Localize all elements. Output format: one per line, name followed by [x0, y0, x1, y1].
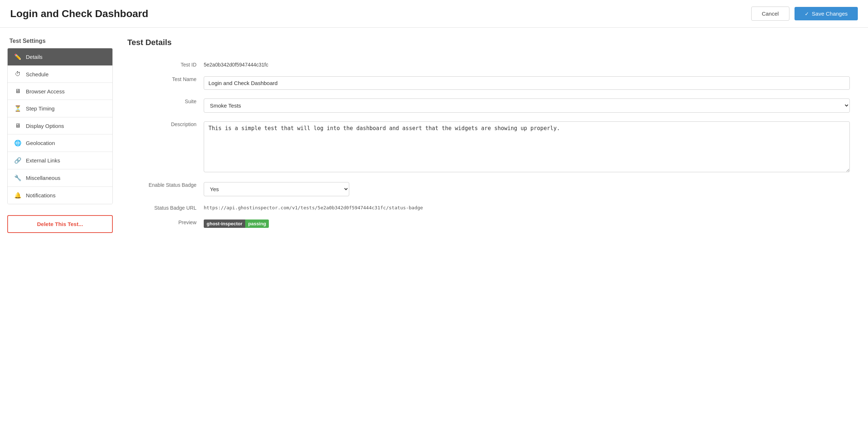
sidebar-item-label-geolocation: Geolocation: [26, 140, 55, 146]
preview-badge-left: ghost-inspector: [204, 219, 245, 228]
details-form: Test ID 5e2a0b342d0f5947444c31fc Test Na…: [127, 57, 853, 232]
status-badge-url-value: https://api.ghostinspector.com/v1/tests/…: [200, 201, 853, 215]
display-icon: 🖥: [14, 122, 21, 129]
status-badge-url-row: Status Badge URL https://api.ghostinspec…: [127, 201, 853, 215]
description-textarea[interactable]: This is a simple test that will log into…: [204, 121, 850, 172]
sidebar: Test Settings ✏️ Details ⏱ Schedule 🖥 Br…: [7, 38, 120, 419]
suite-cell: Smoke Tests: [200, 94, 853, 117]
hourglass-icon: ⏳: [14, 105, 21, 112]
delete-button[interactable]: Delete This Test...: [7, 215, 113, 233]
sidebar-item-display-options[interactable]: 🖥 Display Options: [8, 117, 112, 134]
page-title: Login and Check Dashboard: [10, 8, 148, 20]
test-name-input[interactable]: [204, 76, 850, 90]
link-icon: 🔗: [14, 157, 21, 164]
page-header: Login and Check Dashboard Cancel ✓ Save …: [0, 0, 868, 28]
test-id-label: Test ID: [127, 57, 200, 72]
sidebar-item-external-links[interactable]: 🔗 External Links: [8, 152, 112, 169]
suite-label: Suite: [127, 94, 200, 117]
enable-status-badge-row: Enable Status Badge Yes No: [127, 178, 853, 201]
sidebar-item-label-miscellaneous: Miscellaneous: [26, 175, 60, 181]
content-area: Test Details Test ID 5e2a0b342d0f5947444…: [120, 38, 861, 419]
sidebar-item-details[interactable]: ✏️ Details: [8, 48, 112, 66]
sidebar-item-geolocation[interactable]: 🌐 Geolocation: [8, 134, 112, 152]
checkmark-icon: ✓: [805, 11, 809, 17]
test-name-cell: [200, 72, 853, 94]
suite-row: Suite Smoke Tests: [127, 94, 853, 117]
sidebar-item-label-schedule: Schedule: [26, 71, 49, 77]
enable-status-badge-label: Enable Status Badge: [127, 178, 200, 201]
test-name-label: Test Name: [127, 72, 200, 94]
header-actions: Cancel ✓ Save Changes: [751, 7, 858, 21]
test-id-row: Test ID 5e2a0b342d0f5947444c31fc: [127, 57, 853, 72]
sidebar-item-step-timing[interactable]: ⏳ Step Timing: [8, 100, 112, 117]
enable-status-badge-select[interactable]: Yes No: [204, 182, 349, 196]
sidebar-item-schedule[interactable]: ⏱ Schedule: [8, 66, 112, 83]
delete-button-wrap: Delete This Test...: [7, 215, 113, 233]
sidebar-section-title: Test Settings: [7, 38, 113, 44]
sidebar-item-label-display-options: Display Options: [26, 123, 64, 129]
description-cell: This is a simple test that will log into…: [200, 117, 853, 178]
save-button[interactable]: ✓ Save Changes: [795, 7, 858, 20]
sidebar-item-miscellaneous[interactable]: 🔧 Miscellaneous: [8, 169, 112, 187]
sidebar-item-label-notifications: Notifications: [26, 192, 56, 198]
pencil-icon: ✏️: [14, 53, 21, 60]
test-id-value: 5e2a0b342d0f5947444c31fc: [200, 57, 853, 72]
main-layout: Test Settings ✏️ Details ⏱ Schedule 🖥 Br…: [0, 28, 868, 430]
sidebar-item-browser-access[interactable]: 🖥 Browser Access: [8, 83, 112, 100]
cancel-button[interactable]: Cancel: [751, 7, 789, 21]
preview-badge-right: passing: [245, 219, 269, 228]
enable-status-badge-cell: Yes No: [200, 178, 853, 201]
sidebar-item-label-details: Details: [26, 54, 43, 60]
description-label: Description: [127, 117, 200, 178]
wrench-icon: 🔧: [14, 174, 21, 181]
sidebar-item-label-browser-access: Browser Access: [26, 88, 65, 94]
content-title: Test Details: [127, 38, 853, 47]
bell-icon: 🔔: [14, 192, 21, 199]
preview-cell: ghost-inspector passing: [200, 215, 853, 232]
test-name-row: Test Name: [127, 72, 853, 94]
description-row: Description This is a simple test that w…: [127, 117, 853, 178]
status-badge-url-label: Status Badge URL: [127, 201, 200, 215]
save-label: Save Changes: [812, 11, 848, 17]
globe-icon: 🌐: [14, 140, 21, 146]
clock-icon: ⏱: [14, 71, 21, 77]
monitor-icon: 🖥: [14, 88, 21, 94]
sidebar-nav: ✏️ Details ⏱ Schedule 🖥 Browser Access ⏳…: [7, 48, 113, 204]
sidebar-item-label-step-timing: Step Timing: [26, 105, 55, 112]
preview-label: Preview: [127, 215, 200, 232]
preview-row: Preview ghost-inspector passing: [127, 215, 853, 232]
sidebar-item-label-external-links: External Links: [26, 157, 60, 164]
preview-badge: ghost-inspector passing: [204, 219, 269, 228]
sidebar-item-notifications[interactable]: 🔔 Notifications: [8, 187, 112, 204]
suite-select[interactable]: Smoke Tests: [204, 98, 850, 113]
